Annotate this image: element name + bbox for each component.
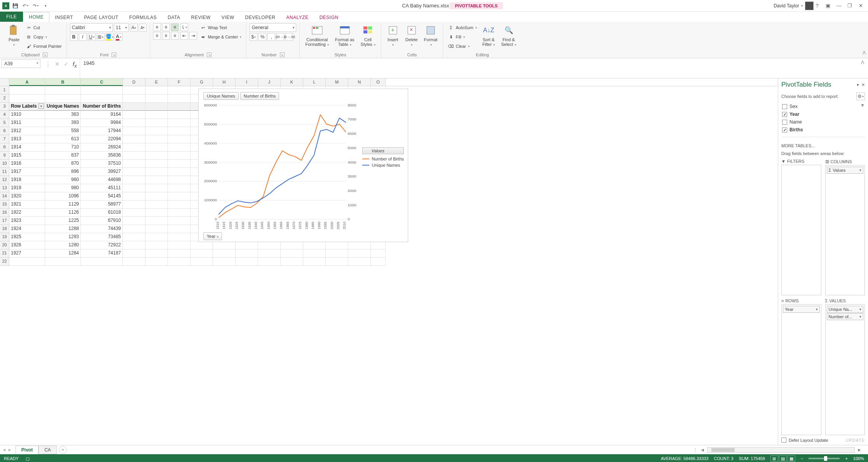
restore-icon[interactable]: ❐ [845, 2, 854, 10]
clear-button[interactable]: ⌫Clear ▾ [446, 42, 478, 51]
val-item-births[interactable]: Number of...▾ [827, 313, 864, 320]
percent-format-button[interactable]: % [258, 33, 266, 41]
row-header[interactable]: 10 [0, 160, 9, 168]
align-left-button[interactable]: ≡ [153, 32, 161, 40]
field-year[interactable]: ✓Year [781, 110, 865, 118]
update-button[interactable]: UPDATE [845, 438, 865, 443]
sheet-nav-next[interactable]: ► [8, 448, 12, 452]
zoom-slider[interactable] [809, 458, 840, 459]
font-size-combo[interactable]: 11 [114, 23, 129, 32]
increase-indent-button[interactable]: ⇥ [189, 32, 197, 40]
underline-button[interactable]: U▾ [88, 33, 96, 41]
formula-input[interactable]: 1945 [80, 58, 857, 78]
insert-function-icon[interactable]: fx [73, 61, 77, 69]
paste-button[interactable]: Paste▾ [5, 23, 23, 48]
column-header-J[interactable]: J [258, 78, 281, 86]
column-header-A[interactable]: A [9, 78, 45, 86]
find-select-button[interactable]: 🔍Find & Select ▾ [499, 23, 519, 48]
scroll-left-icon[interactable]: ◄ [700, 447, 705, 453]
zoom-in-button[interactable]: + [845, 456, 847, 461]
rows-drop-zone[interactable]: Year▾ [781, 304, 821, 436]
sheet-tab-pivot[interactable]: Pivot [16, 446, 38, 454]
sheet-nav-prev[interactable]: ◄ [2, 448, 6, 452]
row-header[interactable]: 9 [0, 152, 9, 160]
column-header-B[interactable]: B [45, 78, 81, 86]
collapse-ribbon-icon[interactable]: ᐱ [863, 50, 866, 56]
macro-record-icon[interactable]: ▢ [26, 456, 30, 461]
shrink-font-button[interactable]: A▾ [139, 24, 147, 31]
accounting-format-button[interactable]: $▾ [250, 33, 257, 41]
orientation-button[interactable]: ⤹▾ [180, 23, 188, 31]
column-header-D[interactable]: D [123, 78, 145, 86]
tab-home[interactable]: HOME [23, 12, 49, 22]
autosum-button[interactable]: ΣAutoSum ▾ [446, 23, 478, 32]
zoom-out-button[interactable]: − [801, 456, 803, 461]
sort-filter-button[interactable]: A↓ZSort & Filter ▾ [480, 23, 498, 48]
field-name[interactable]: Name [781, 118, 865, 126]
align-bottom-button[interactable]: ≡ [171, 23, 179, 31]
number-format-combo[interactable]: General [250, 23, 296, 32]
qat-save-icon[interactable]: 💾 [11, 2, 19, 10]
checkbox-icon[interactable] [782, 104, 787, 109]
row-header[interactable]: 15 [0, 200, 9, 209]
row-header[interactable]: 5 [0, 119, 9, 127]
view-page-layout-button[interactable]: ▤ [779, 455, 787, 462]
view-normal-button[interactable]: ⊞ [770, 455, 778, 462]
split-handle-icon[interactable]: ⋮ [693, 447, 698, 453]
field-list-layout-button[interactable]: ⚙▾ [856, 92, 865, 100]
name-box[interactable]: A39 [2, 59, 40, 68]
row-item-year[interactable]: Year▾ [783, 306, 820, 313]
column-header-O[interactable]: O [371, 78, 386, 86]
column-header-L[interactable]: L [303, 78, 326, 86]
chart-field-number-births[interactable]: Number of Births [240, 92, 279, 100]
column-header-F[interactable]: F [168, 78, 190, 86]
qat-redo-icon[interactable]: ↷▾ [31, 2, 40, 10]
expand-formula-bar-icon[interactable]: ᐱ [857, 58, 868, 67]
align-middle-button[interactable]: ≡ [162, 23, 170, 31]
tab-page-layout[interactable]: PAGE LAYOUT [79, 13, 124, 22]
decrease-decimal-button[interactable]: .0→.00 [285, 33, 293, 41]
column-header-E[interactable]: E [145, 78, 168, 86]
chart-field-unique-names[interactable]: Unique Names [203, 92, 239, 100]
clipboard-launcher[interactable]: ↘ [43, 52, 47, 57]
column-header-N[interactable]: N [348, 78, 371, 86]
values-drop-zone[interactable]: Unique Na...▾ Number of...▾ [825, 304, 865, 436]
checkbox-icon[interactable]: ✓ [782, 112, 787, 117]
tab-view[interactable]: VIEW [216, 13, 240, 22]
font-name-combo[interactable]: Calibri [70, 23, 113, 32]
ribbon-display-icon[interactable]: ▣ [824, 2, 832, 10]
close-icon[interactable]: ✕ [856, 2, 865, 10]
defer-checkbox[interactable] [781, 438, 786, 443]
cancel-formula-icon[interactable]: ✕ [55, 61, 60, 68]
sheet-tab-ca[interactable]: CA [38, 446, 57, 454]
minimize-icon[interactable]: — [835, 2, 843, 10]
pane-dropdown-icon[interactable]: ▾ [857, 82, 859, 87]
new-sheet-button[interactable]: + [59, 446, 67, 454]
more-tables-link[interactable]: MORE TABLES... [781, 143, 865, 148]
cell-styles-button[interactable]: Cell Styles ▾ [358, 23, 378, 48]
row-header[interactable]: 13 [0, 184, 9, 192]
number-launcher[interactable]: ↘ [280, 52, 285, 57]
row-header[interactable]: 16 [0, 209, 9, 217]
column-header-I[interactable]: I [236, 78, 258, 86]
qat-undo-icon[interactable]: ↶▾ [21, 2, 30, 10]
select-all-corner[interactable] [0, 78, 9, 86]
merge-center-button[interactable]: ⬌Merge & Center ▾ [199, 33, 243, 41]
column-header-M[interactable]: M [326, 78, 348, 86]
tab-review[interactable]: REVIEW [185, 13, 216, 22]
row-header[interactable]: 3 [0, 103, 9, 111]
horizontal-scrollbar[interactable] [707, 447, 855, 453]
col-item-values[interactable]: ΣValues▾ [827, 167, 864, 174]
tab-developer[interactable]: DEVELOPER [240, 13, 281, 22]
view-page-break-button[interactable]: ▦ [788, 455, 795, 462]
pane-close-icon[interactable]: ✕ [861, 82, 865, 87]
scroll-right-icon[interactable]: ► [857, 447, 862, 453]
checkbox-icon[interactable]: ✓ [782, 127, 787, 132]
comma-format-button[interactable]: , [267, 33, 275, 41]
alignment-launcher[interactable]: ↘ [207, 52, 211, 57]
row-header[interactable]: 17 [0, 217, 9, 225]
fill-button[interactable]: ⬇Fill ▾ [446, 33, 478, 41]
row-header[interactable]: 19 [0, 233, 9, 241]
fbar-dots-icon[interactable]: ⋮ [45, 61, 51, 68]
font-color-button[interactable]: A▾ [115, 33, 122, 41]
